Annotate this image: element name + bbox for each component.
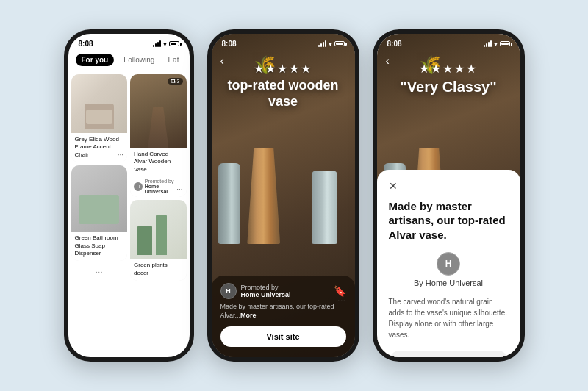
sink-info: Green Bathroom Glass Soap Dispenser <box>71 232 128 261</box>
wifi-icon-3: ▾ <box>494 40 498 48</box>
modal-screen: 🌾 8:08 ▾ ‹ <box>377 34 520 357</box>
wifi-icon-1: ▾ <box>163 40 167 48</box>
feed-col-1: Grey Elida Wood Frame Accent Chair ··· G… <box>71 74 128 281</box>
phone-feed: 8:08 ▾ For you Following <box>64 29 194 362</box>
feed-col-2: 🖼3 Hand Carved Alvar Wooden Vase H Promo… <box>130 74 187 281</box>
status-bar-2: 8:08 ▾ <box>212 34 355 51</box>
vase-badge: 🖼3 <box>168 78 183 85</box>
status-bar-1: 8:08 ▾ <box>68 34 190 51</box>
modal-title: Made by master artisans, our top-rated A… <box>389 199 509 243</box>
vase-left <box>218 163 240 244</box>
phones-container: 8:08 ▾ For you Following <box>49 15 539 376</box>
vase-promoted-avatar: H <box>134 182 143 191</box>
modal-brand-row: H By Home Universal <box>389 252 509 287</box>
back-button-3[interactable]: ‹ <box>386 54 390 68</box>
vase-center <box>247 148 280 244</box>
phone-product: 🌾 8:08 ▾ ‹ <box>207 29 359 362</box>
vase-dots[interactable]: ··· <box>176 185 182 193</box>
vase-right <box>312 171 337 244</box>
product-brand-avatar: H <box>220 283 237 299</box>
back-button[interactable]: ‹ <box>220 54 224 68</box>
product-quote: "Very Classy" <box>377 78 520 96</box>
sink-image <box>71 165 128 232</box>
battery-icon-3 <box>500 41 510 46</box>
product-title: top-rated wooden vase <box>212 78 355 110</box>
battery-icon-1 <box>169 41 179 46</box>
modal-description: The carved wood's natural grain adds to … <box>389 296 509 340</box>
status-icons-1: ▾ <box>153 40 179 48</box>
visit-site-button-2[interactable]: Visit site <box>220 326 346 347</box>
status-time-1: 8:08 <box>79 40 93 48</box>
signal-icon-1 <box>153 40 161 47</box>
phone-1-screen: 8:08 ▾ For you Following <box>68 34 190 357</box>
feed-item-sink[interactable]: Green Bathroom Glass Soap Dispenser <box>71 165 128 261</box>
chair-title: Grey Elida Wood Frame Accent Chair <box>75 136 124 159</box>
tab-home-decor[interactable]: Home decor <box>188 54 189 65</box>
product-stars: ★★★★★ <box>212 62 355 76</box>
feed-item-chair[interactable]: Grey Elida Wood Frame Accent Chair ··· <box>71 74 128 162</box>
plants-image <box>130 200 187 259</box>
tab-eat[interactable]: Eat <box>164 54 182 65</box>
col1-footer-dots: ··· <box>71 264 128 280</box>
plants-info: Green plants decor <box>130 259 187 281</box>
vase-image <box>130 74 187 148</box>
vase-info: Hand Carved Alvar Wooden Vase <box>130 148 187 177</box>
phone-2-screen: 🌾 8:08 ▾ ‹ <box>212 34 355 357</box>
feed-item-plants[interactable]: Green plants decor <box>130 200 187 281</box>
modal-close-button[interactable]: ✕ <box>389 180 509 192</box>
wifi-icon-2: ▾ <box>329 40 332 48</box>
plants-title: Green plants decor <box>134 262 183 277</box>
signal-icon-3 <box>484 40 492 47</box>
modal-sheet: ✕ Made by master artisans, our top-rated… <box>377 170 520 357</box>
bookmark-button[interactable]: 🔖 <box>334 285 346 297</box>
battery-icon-2 <box>334 41 345 46</box>
status-bar-3: 8:08 ▾ <box>377 34 520 51</box>
status-icons-3: ▾ <box>484 40 510 48</box>
signal-icon-2 <box>318 40 326 47</box>
product-brand-info: Promoted by Home Universal <box>241 284 291 298</box>
nav-tabs: For you Following Eat Home decor <box>68 51 190 71</box>
sink-title: Green Bathroom Glass Soap Dispenser <box>75 234 124 257</box>
product-bottom-panel: H Promoted by Home Universal 🔖 Made by m… <box>212 276 355 357</box>
phone-3-screen: 🌾 8:08 ▾ ‹ <box>377 34 520 357</box>
chair-dots[interactable]: ··· <box>118 151 123 159</box>
modal-brand-name: By Home Universal <box>414 279 483 287</box>
visit-site-button-3[interactable]: Visit site <box>389 351 509 357</box>
vase-title: Hand Carved Alvar Wooden Vase <box>134 151 183 173</box>
phone-modal: 🌾 8:08 ▾ ‹ <box>373 29 525 362</box>
more-link[interactable]: More <box>240 312 257 319</box>
tab-following[interactable]: Following <box>120 54 158 65</box>
tab-for-you[interactable]: For you <box>76 54 115 66</box>
product-stars-3: ★★★★★ <box>377 62 520 76</box>
product-description: Made by master artisans, our top-rated A… <box>220 302 346 320</box>
product-promoted-row: H Promoted by Home Universal 🔖 <box>220 283 346 299</box>
modal-brand-avatar: H <box>437 252 460 276</box>
feed-grid: Grey Elida Wood Frame Accent Chair ··· G… <box>68 71 190 284</box>
product-screen: 🌾 8:08 ▾ ‹ <box>212 34 355 357</box>
status-time-3: 8:08 <box>387 40 402 48</box>
status-time-2: 8:08 <box>222 40 237 48</box>
status-icons-2: ▾ <box>318 40 345 48</box>
feed-item-vase[interactable]: 🖼3 Hand Carved Alvar Wooden Vase H Promo… <box>130 74 187 197</box>
chair-image <box>71 74 128 133</box>
